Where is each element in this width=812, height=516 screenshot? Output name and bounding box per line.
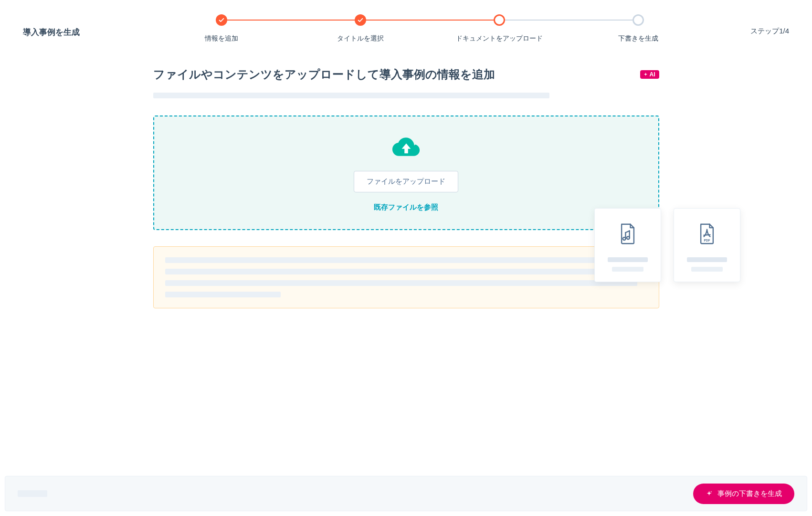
file-card-music[interactable] xyxy=(594,208,661,282)
heading-row: ファイルやコンテンツをアップロードして導入事例の情報を追加 AI xyxy=(153,67,659,82)
file-meta-placeholder xyxy=(691,267,723,272)
page-title: 導入事例を生成 xyxy=(23,14,137,38)
check-icon xyxy=(216,14,227,26)
step-label: ドキュメントをアップロード xyxy=(456,34,543,43)
file-card-pdf[interactable]: PDF xyxy=(674,208,740,282)
footer-left-placeholder xyxy=(18,490,47,497)
current-step-icon xyxy=(494,14,505,26)
svg-point-1 xyxy=(622,237,625,240)
upload-file-button[interactable]: ファイルをアップロード xyxy=(354,171,458,192)
upload-dropzone[interactable]: ファイルをアップロード 既存ファイルを参照 xyxy=(153,116,659,230)
info-line xyxy=(165,269,647,274)
step-generate-draft[interactable]: 下書きを生成 xyxy=(569,14,708,43)
subtitle-placeholder xyxy=(153,93,549,98)
step-counter: ステップ1/4 xyxy=(722,14,789,36)
browse-existing-link[interactable]: 既存ファイルを参照 xyxy=(374,203,438,212)
info-line xyxy=(165,292,281,297)
generate-draft-button[interactable]: 事例の下書きを生成 xyxy=(693,484,794,504)
file-preview-cards: PDF xyxy=(594,208,740,282)
sparkle-icon xyxy=(643,72,648,77)
main-heading: ファイルやコンテンツをアップロードして導入事例の情報を追加 xyxy=(153,67,495,82)
ai-badge: AI xyxy=(640,70,659,79)
sparkle-icon xyxy=(706,490,713,497)
pdf-file-icon: PDF xyxy=(698,223,716,247)
check-icon xyxy=(355,14,366,26)
info-line xyxy=(165,280,638,286)
step-label: 下書きを生成 xyxy=(618,34,658,43)
step-label: 情報を追加 xyxy=(205,34,238,43)
svg-text:PDF: PDF xyxy=(704,239,710,242)
svg-point-0 xyxy=(626,236,629,239)
file-name-placeholder xyxy=(608,257,648,262)
file-name-placeholder xyxy=(687,257,727,262)
main-content: ファイルやコンテンツをアップロードして導入事例の情報を追加 AI ファイルをアッ… xyxy=(153,67,659,308)
footer-bar: 事例の下書きを生成 xyxy=(5,476,807,511)
step-label: タイトルを選択 xyxy=(337,34,384,43)
music-file-icon xyxy=(619,223,637,247)
upcoming-step-icon xyxy=(633,14,644,26)
step-select-title[interactable]: タイトルを選択 xyxy=(291,14,430,43)
generate-draft-label: 事例の下書きを生成 xyxy=(717,489,782,498)
info-line xyxy=(165,257,628,263)
file-meta-placeholder xyxy=(612,267,643,272)
ai-badge-label: AI xyxy=(650,71,655,78)
stepper: 情報を追加 タイトルを選択 ドキュメントをアップロード 下書きを生成 xyxy=(152,14,708,43)
cloud-upload-icon xyxy=(392,136,421,158)
step-add-info[interactable]: 情報を追加 xyxy=(152,14,291,43)
header: 導入事例を生成 情報を追加 タイトルを選択 ドキュメントをアップロード 下書きを… xyxy=(0,0,812,43)
info-box xyxy=(153,246,659,308)
step-upload-document[interactable]: ドキュメントをアップロード xyxy=(430,14,569,43)
